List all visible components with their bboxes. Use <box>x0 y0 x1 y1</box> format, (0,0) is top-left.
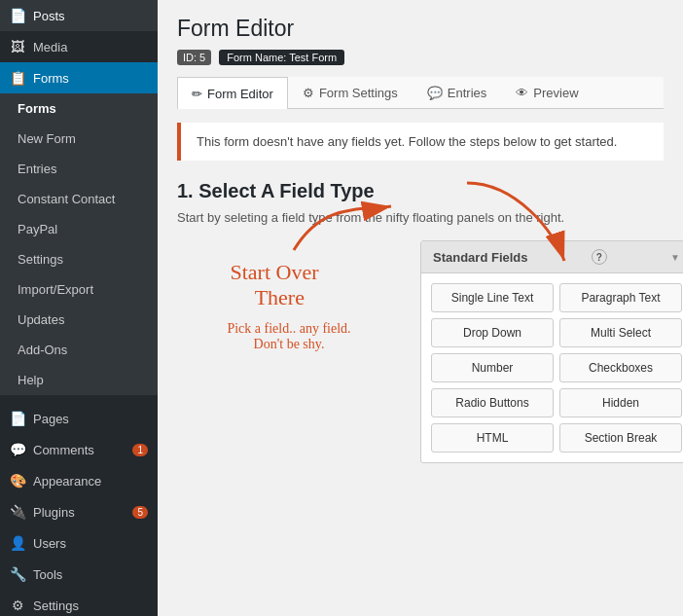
form-settings-icon: ⚙ <box>303 86 314 100</box>
page-title: Form Editor <box>177 16 664 42</box>
arrow-right-icon <box>284 192 401 260</box>
form-name-badge: Form Name: Test Form <box>219 50 344 65</box>
tab-entries[interactable]: 💬 Entries <box>413 77 501 108</box>
step-description: Start by seleting a field type from the … <box>177 210 664 225</box>
field-single-line-text[interactable]: Single Line Text <box>431 283 554 312</box>
sidebar-sub-paypal[interactable]: PayPal <box>0 214 158 244</box>
sidebar-item-forms[interactable]: 📋 Forms <box>0 62 158 93</box>
preview-icon: 👁 <box>516 86 528 100</box>
comments-icon: 💬 <box>10 442 25 457</box>
form-id-badge: ID: 5 <box>177 50 211 65</box>
comments-badge: 1 <box>132 444 148 456</box>
sidebar-item-label: Tools <box>33 567 62 582</box>
sidebar-sub-constant-contact[interactable]: Constant Contact <box>0 184 158 214</box>
sidebar-item-comments[interactable]: 💬 Comments 1 <box>0 434 158 465</box>
sidebar: 📄 Posts 🖼 Media 📋 Forms Forms New Form E… <box>0 0 158 616</box>
sidebar-item-label: Pages <box>33 412 69 426</box>
content-wrap: Form Editor ID: 5 Form Name: Test Form ✏… <box>158 0 683 483</box>
sidebar-item-tools[interactable]: 🔧 Tools <box>0 559 158 590</box>
tab-form-settings[interactable]: ⚙ Form Settings <box>288 77 413 108</box>
settings-icon: ⚙ <box>10 598 25 613</box>
tab-bar: ✏ Form Editor ⚙ Form Settings 💬 Entries … <box>177 77 664 109</box>
fields-grid: Single Line Text Paragraph Text Drop Dow… <box>421 273 683 462</box>
posts-icon: 📄 <box>10 8 25 23</box>
field-multi-select[interactable]: Multi Select <box>559 318 682 347</box>
field-html[interactable]: HTML <box>431 423 554 453</box>
callout-area: Start Over There Pick a field.. any fiel… <box>177 240 401 352</box>
sidebar-sub-forms[interactable]: Forms <box>0 93 158 124</box>
tools-icon: 🔧 <box>10 566 25 582</box>
fields-panel: Standard Fields ? ▼ Single Line Text Par… <box>420 240 683 463</box>
callout-sub: Pick a field.. any field.Don't be shy. <box>177 321 401 352</box>
sidebar-item-label: Settings <box>33 598 79 613</box>
step-title: 1. Select A Field Type <box>177 180 664 202</box>
sidebar-item-plugins[interactable]: 🔌 Plugins 5 <box>0 496 158 527</box>
sidebar-item-label: Comments <box>33 443 94 457</box>
forms-icon: 📋 <box>10 70 25 86</box>
users-icon: 👤 <box>10 535 25 551</box>
fields-panel-title: Standard Fields <box>433 250 528 265</box>
field-paragraph-text[interactable]: Paragraph Text <box>559 283 682 312</box>
sidebar-item-media[interactable]: 🖼 Media <box>0 31 158 62</box>
sidebar-item-label: Users <box>33 536 66 551</box>
sidebar-sub-entries[interactable]: Entries <box>0 154 158 184</box>
field-section-break[interactable]: Section Break <box>559 423 682 453</box>
sidebar-item-users[interactable]: 👤 Users <box>0 527 158 559</box>
plugins-badge: 5 <box>132 506 148 519</box>
field-drop-down[interactable]: Drop Down <box>431 318 554 347</box>
sidebar-item-posts[interactable]: 📄 Posts <box>0 0 158 31</box>
field-checkboxes[interactable]: Checkboxes <box>559 353 682 382</box>
sidebar-item-label: Plugins <box>33 505 75 520</box>
chevron-down-icon: ▼ <box>670 252 680 263</box>
sidebar-sub-add-ons[interactable]: Add-Ons <box>0 335 158 365</box>
sidebar-item-label: Appearance <box>33 474 101 489</box>
sidebar-item-settings[interactable]: ⚙ Settings <box>0 590 158 616</box>
forms-submenu: Forms New Form Entries Constant Contact … <box>0 93 158 395</box>
form-editor-icon: ✏ <box>192 87 202 101</box>
main-content: Form Editor ID: 5 Form Name: Test Form ✏… <box>158 0 683 616</box>
form-meta: ID: 5 Form Name: Test Form <box>177 50 664 65</box>
tab-preview[interactable]: 👁 Preview <box>501 77 593 108</box>
sidebar-sub-new-form[interactable]: New Form <box>0 124 158 154</box>
sidebar-sub-help[interactable]: Help <box>0 365 158 395</box>
sidebar-sub-updates[interactable]: Updates <box>0 305 158 335</box>
entries-icon: 💬 <box>427 86 443 100</box>
sidebar-item-pages[interactable]: 📄 Pages <box>0 403 158 434</box>
field-hidden[interactable]: Hidden <box>559 388 682 417</box>
media-icon: 🖼 <box>10 39 25 54</box>
forms-arrow <box>152 62 158 93</box>
sidebar-item-appearance[interactable]: 🎨 Appearance <box>0 465 158 496</box>
tab-form-editor[interactable]: ✏ Form Editor <box>177 77 288 109</box>
fields-panel-header: Standard Fields ? ▼ <box>421 241 683 273</box>
sidebar-sub-settings[interactable]: Settings <box>0 244 158 274</box>
alert-box: This form doesn't have any fields yet. F… <box>177 123 664 161</box>
appearance-icon: 🎨 <box>10 473 25 489</box>
pages-icon: 📄 <box>10 411 25 426</box>
alert-text: This form doesn't have any fields yet. F… <box>197 134 617 149</box>
sidebar-item-label: Posts <box>33 9 65 23</box>
fields-panel-help[interactable]: ? <box>592 249 607 265</box>
sidebar-item-label: Media <box>33 40 67 54</box>
sidebar-item-label: Forms <box>33 71 69 86</box>
callout-main: Start Over There <box>177 260 372 311</box>
sidebar-sub-import-export[interactable]: Import/Export <box>0 274 158 305</box>
field-number[interactable]: Number <box>431 353 554 382</box>
field-radio-buttons[interactable]: Radio Buttons <box>431 388 554 417</box>
plugins-icon: 🔌 <box>10 504 25 520</box>
bottom-area: Start Over There Pick a field.. any fiel… <box>177 240 664 463</box>
